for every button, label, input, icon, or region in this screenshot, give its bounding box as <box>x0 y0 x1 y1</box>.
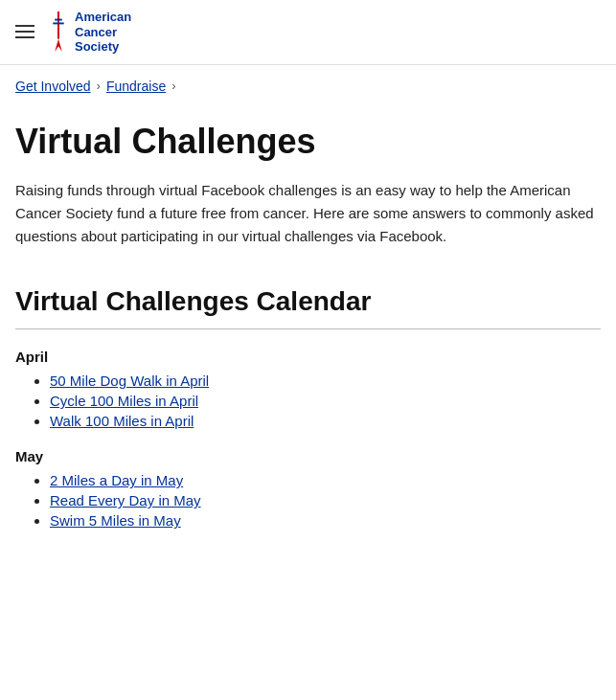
page-title: Virtual Challenges <box>15 123 601 161</box>
challenge-link-swim-may[interactable]: Swim 5 Miles in May <box>50 512 181 529</box>
svg-rect-2 <box>53 23 63 25</box>
breadcrumb-get-involved[interactable]: Get Involved <box>15 79 91 94</box>
site-logo[interactable]: American Cancer Society <box>50 10 131 55</box>
list-item: Swim 5 Miles in May <box>50 512 601 529</box>
logo-text: American Cancer Society <box>75 10 131 55</box>
breadcrumb-fundraise[interactable]: Fundraise <box>106 79 166 94</box>
breadcrumb-separator-1: › <box>97 79 101 93</box>
challenge-link-cycle-april[interactable]: Cycle 100 Miles in April <box>50 393 198 409</box>
month-label-may: May <box>15 448 601 464</box>
calendar-title: Virtual Challenges Calendar <box>15 286 601 317</box>
svg-marker-1 <box>55 39 62 52</box>
page-description: Raising funds through virtual Facebook c… <box>15 179 601 248</box>
svg-rect-3 <box>55 19 62 21</box>
calendar-section: Virtual Challenges Calendar April 50 Mil… <box>15 286 601 529</box>
calendar-divider <box>15 328 601 329</box>
april-challenge-list: 50 Mile Dog Walk in April Cycle 100 Mile… <box>15 373 601 429</box>
breadcrumb: Get Involved › Fundraise › <box>0 65 616 107</box>
month-april: April 50 Mile Dog Walk in April Cycle 10… <box>15 349 601 429</box>
main-content: Virtual Challenges Raising funds through… <box>0 107 616 572</box>
may-challenge-list: 2 Miles a Day in May Read Every Day in M… <box>15 472 601 529</box>
list-item: Walk 100 Miles in April <box>50 413 601 429</box>
challenge-link-walk-april[interactable]: Walk 100 Miles in April <box>50 413 194 429</box>
list-item: 50 Mile Dog Walk in April <box>50 373 601 389</box>
site-header: American Cancer Society <box>0 0 616 65</box>
hamburger-menu-button[interactable] <box>15 25 34 38</box>
list-item: 2 Miles a Day in May <box>50 472 601 488</box>
breadcrumb-separator-2: › <box>171 79 175 93</box>
acs-logo-icon <box>50 11 67 52</box>
month-may: May 2 Miles a Day in May Read Every Day … <box>15 448 601 529</box>
svg-rect-0 <box>57 11 59 39</box>
list-item: Cycle 100 Miles in April <box>50 393 601 409</box>
list-item: Read Every Day in May <box>50 492 601 508</box>
month-label-april: April <box>15 349 601 365</box>
challenge-link-2miles-may[interactable]: 2 Miles a Day in May <box>50 472 183 488</box>
challenge-link-dog-walk-april[interactable]: 50 Mile Dog Walk in April <box>50 373 209 389</box>
challenge-link-read-may[interactable]: Read Every Day in May <box>50 492 201 508</box>
